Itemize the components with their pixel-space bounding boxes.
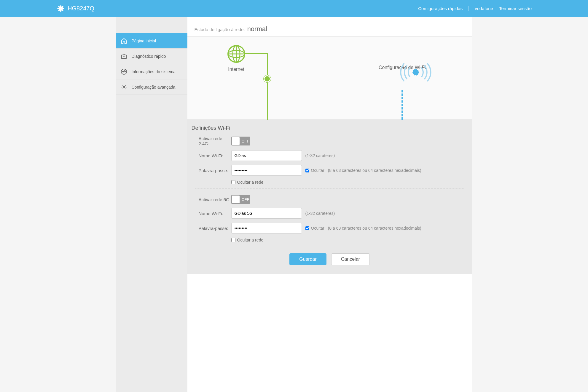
wifi-name-5g-input[interactable]	[231, 208, 302, 219]
wifi-name-5g-label: Nome Wi-Fi:	[199, 211, 231, 216]
sidebar-item-system-info[interactable]: Informações do sistema	[116, 64, 187, 79]
sidebar-item-label: Configuração avançada	[132, 85, 176, 89]
main-content: Estado de ligação à rede: normal Interne…	[187, 17, 472, 392]
enable-5g-toggle[interactable]: OFF	[231, 195, 250, 204]
status-label: Estado de ligação à rede:	[195, 27, 245, 32]
sidebar: Página inicial Diagnóstico rápido Inform…	[116, 17, 187, 392]
sidebar-item-diagnostic[interactable]: Diagnóstico rápido	[116, 49, 187, 64]
network-diagram: Internet Configuração de Wi-Fi	[187, 37, 472, 120]
wifi-settings-title: Definições Wi-Fi	[192, 125, 468, 131]
sidebar-item-label: Informações do sistema	[132, 69, 176, 74]
model-name: HG8247Q	[68, 5, 94, 12]
save-button[interactable]: Guardar	[289, 253, 326, 265]
cancel-button[interactable]: Cancelar	[331, 253, 370, 265]
wifi-password-2g-input[interactable]	[231, 165, 302, 176]
status-value: normal	[247, 25, 267, 33]
hide-network-5g-label: Ocultar a rede	[237, 238, 264, 242]
hide-password-2g-label: Ocultar	[311, 168, 324, 173]
wifi-password-5g-input[interactable]	[231, 223, 302, 233]
hide-network-5g-checkbox[interactable]	[231, 238, 235, 242]
medkit-icon	[120, 53, 128, 60]
status-bar: Estado de ligação à rede: normal	[187, 17, 472, 37]
gear-icon	[120, 84, 128, 91]
enable-2g-toggle[interactable]: OFF	[231, 137, 250, 145]
home-icon	[120, 37, 128, 44]
wifi-name-2g-input[interactable]	[231, 150, 302, 161]
enable-5g-label: Activar rede 5G:	[199, 197, 231, 202]
connection-node-icon	[264, 75, 271, 82]
wifi-password-2g-label: Palavra-passe:	[199, 168, 231, 173]
wifi-name-2g-hint: (1-32 carateres)	[305, 153, 335, 158]
wifi-password-5g-label: Palavra-passe:	[199, 226, 231, 231]
password-5g-hint: (8 a 63 caracteres ou 64 caracteres hexa…	[328, 226, 421, 231]
hide-password-5g-checkbox[interactable]	[305, 226, 309, 230]
wifi-icon[interactable]	[398, 60, 434, 85]
activity-icon	[120, 68, 128, 75]
sidebar-item-advanced[interactable]: Configuração avançada	[116, 79, 187, 95]
quick-config-link[interactable]: Configurações rápidas	[418, 6, 463, 11]
hide-password-5g-label: Ocultar	[311, 226, 324, 231]
password-2g-hint: (8 a 63 caracteres ou 64 caracteres hexa…	[328, 168, 421, 173]
enable-2g-label: Activar rede 2.4G:	[199, 136, 231, 146]
internet-label: Internet	[227, 67, 245, 72]
svg-point-6	[123, 86, 125, 88]
sidebar-item-home[interactable]: Página inicial	[116, 33, 187, 49]
sidebar-item-label: Página inicial	[132, 39, 156, 43]
hide-password-2g-checkbox[interactable]	[305, 169, 309, 172]
huawei-logo-icon	[56, 4, 65, 13]
wifi-name-5g-hint: (1-32 carateres)	[305, 211, 335, 216]
logout-link[interactable]: Terminar sessão	[499, 6, 532, 11]
sidebar-item-label: Diagnóstico rápido	[132, 54, 166, 59]
user-link[interactable]: vodafone	[475, 6, 493, 11]
globe-icon	[227, 59, 245, 64]
wifi-settings-panel: Definições Wi-Fi Activar rede 2.4G: OFF …	[187, 120, 472, 274]
app-header: HG8247Q Configurações rápidas vodafone T…	[0, 0, 588, 17]
hide-network-2g-checkbox[interactable]	[231, 180, 235, 184]
wifi-name-2g-label: Nome Wi-Fi:	[199, 153, 231, 158]
hide-network-2g-label: Ocultar a rede	[237, 180, 264, 185]
